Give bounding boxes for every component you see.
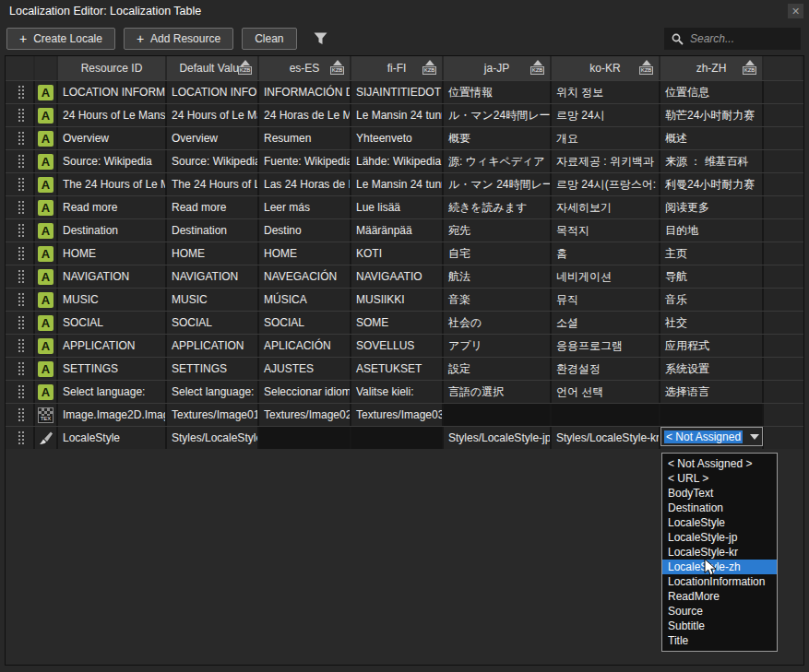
cell-ko-kr[interactable]: 르망 24시(프랑스어: 24 [552,173,660,195]
dropdown-item[interactable]: Subtitle [662,619,777,633]
cell-es-es[interactable]: Textures/Image02 [259,404,351,426]
kzb-export-icon[interactable]: KZB [422,60,437,75]
cell-es-es[interactable]: APLICACIÓN [259,335,351,357]
cell-zh-zh[interactable]: 勒芒24小时耐力赛 [660,104,764,126]
cell-resource-id[interactable]: APPLICATION [58,335,167,357]
row-drag-handle[interactable] [6,196,35,218]
cell-ko-kr[interactable]: 목적지 [552,219,660,242]
cell-es-es[interactable]: INFORMACIÓN D [259,81,351,103]
dropdown-item[interactable]: Destination [662,501,777,515]
column-header-zh-zh[interactable]: zh-ZH KZB [660,56,764,80]
cell-zh-zh[interactable]: 应用程式 [660,335,764,357]
cell-resource-id[interactable]: The 24 Hours of Le M [58,173,167,195]
cell-resource-id[interactable]: Select language: [58,381,167,403]
cell-fi-fi[interactable]: Le Mansin 24 tunn [351,173,444,195]
dropdown-item[interactable]: LocaleStyle-kr [662,545,777,560]
column-header-default-value[interactable]: Default Value KZB [167,56,259,80]
column-header-fi-fi[interactable]: fi-FI KZB [351,56,444,80]
cell-es-es[interactable]: 24 Horas de Le Ma [259,104,351,126]
cell-default-value[interactable]: Styles/LocaleStyle [167,427,259,449]
cell-es-es[interactable]: Seleccionar idiom [259,381,351,403]
cell-ja-jp[interactable]: 続きを読みます [444,196,552,218]
cell-default-value[interactable]: Overview [167,127,259,149]
cell-resource-id[interactable]: NAVIGATION [58,265,167,288]
cell-default-value[interactable]: LOCATION INFOR [167,81,259,103]
cell-es-es[interactable]: AJUSTES [259,358,351,380]
cell-ja-jp[interactable]: 自宅 [444,242,552,265]
row-drag-handle[interactable] [6,265,35,288]
row-drag-handle[interactable] [6,358,35,380]
cell-ja-jp[interactable]: 位置情報 [444,81,552,103]
cell-zh-zh[interactable]: 主页 [660,242,764,265]
cell-fi-fi[interactable]: SIJAINTITIEDOT [351,81,444,103]
cell-ko-kr[interactable]: 언어 선택 [552,381,660,403]
cell-default-value[interactable]: Read more [167,196,259,218]
cell-resource-id[interactable]: Read more [58,196,167,218]
add-resource-button[interactable]: + Add Resource [124,28,233,50]
dropdown-item[interactable]: < URL > [662,471,777,486]
cell-fi-fi[interactable]: NAVIGAATIO [351,265,444,288]
cell-ja-jp[interactable]: ル・マン24時間レース [444,104,552,126]
cell-default-value[interactable]: Destination [167,219,259,242]
cell-zh-zh[interactable]: 位置信息 [660,81,764,103]
cell-zh-zh[interactable] [660,404,764,426]
cell-ko-kr[interactable]: 자료제공 : 위키백과 [552,150,660,172]
cell-ko-kr[interactable]: 자세히보기 [552,196,660,218]
locale-style-zh-combobox[interactable]: < Not Assigned [660,427,763,446]
cell-zh-zh[interactable]: 来源 ： 维基百科 [660,150,764,172]
cell-ja-jp[interactable]: 源: ウィキペディア [444,150,552,172]
kzb-export-icon[interactable]: KZB [329,60,345,75]
cell-resource-id[interactable]: 24 Hours of Le Mans [58,104,167,126]
cell-zh-zh[interactable]: 概述 [660,127,764,149]
cell-resource-id[interactable]: SOCIAL [58,312,167,334]
row-drag-handle[interactable] [6,150,35,172]
cell-es-es[interactable]: Fuente: Wikipedia [259,150,351,172]
row-drag-handle[interactable] [6,335,35,357]
cell-ko-kr[interactable]: 홈 [552,242,660,265]
row-drag-handle[interactable] [6,242,35,265]
cell-ja-jp[interactable]: 言語の選択 [444,381,552,403]
column-header-resource-id[interactable]: Resource ID [58,56,167,80]
dropdown-item[interactable]: LocaleStyle [662,515,777,530]
row-drag-handle[interactable] [6,127,35,149]
cell-default-value[interactable]: APPLICATION [167,335,259,357]
cell-fi-fi[interactable]: MUSIIKKI [351,289,444,311]
cell-es-es[interactable]: NAVEGACIÓN [259,265,351,288]
cell-fi-fi[interactable]: Lähde: Wikipedia [351,150,444,172]
cell-resource-id[interactable]: Source: Wikipedia [58,150,167,172]
cell-resource-id[interactable]: Overview [58,127,167,149]
column-header-es-es[interactable]: es-ES KZB [259,56,351,80]
cell-ja-jp[interactable]: ル・マン 24時間レース（ [444,173,552,195]
cell-zh-zh[interactable]: 导航 [660,265,764,288]
cell-fi-fi[interactable] [351,427,444,449]
row-drag-handle[interactable] [6,173,35,195]
cell-resource-id[interactable]: Destination [58,219,167,242]
row-drag-handle[interactable] [6,219,35,242]
cell-default-value[interactable]: SOCIAL [167,312,259,334]
close-icon[interactable]: ✕ [788,4,803,18]
filter-button[interactable] [313,31,328,46]
cell-zh-zh[interactable]: 阅读更多 [660,196,764,218]
cell-es-es[interactable]: SOCIAL [259,312,351,334]
dropdown-item[interactable]: ReadMore [662,589,777,604]
cell-zh-zh[interactable]: 社交 [660,312,764,334]
row-drag-handle[interactable] [6,104,35,126]
cell-fi-fi[interactable]: Le Mansin 24 tunn [351,104,444,126]
cell-ja-jp[interactable]: 社会の [444,312,552,334]
column-header-ko-kr[interactable]: ko-KR KZB [552,56,660,80]
row-drag-handle[interactable] [6,381,35,403]
cell-ko-kr[interactable]: Styles/LocaleStyle-kr [552,427,660,449]
dropdown-item[interactable]: BodyText [662,486,777,501]
cell-es-es[interactable] [259,427,351,449]
cell-es-es[interactable]: Destino [259,219,351,242]
cell-es-es[interactable]: Resumen [259,127,351,149]
row-drag-handle[interactable] [6,289,35,311]
cell-default-value[interactable]: MUSIC [167,289,259,311]
row-drag-handle[interactable] [6,312,35,334]
cell-es-es[interactable]: Las 24 Horas de L [259,173,351,195]
cell-fi-fi[interactable]: Määränpää [351,219,444,242]
cell-ko-kr[interactable] [552,404,660,426]
cell-resource-id[interactable]: LOCATION INFORMAT [58,81,167,103]
cell-default-value[interactable]: Select language: [167,381,259,403]
clean-button[interactable]: Clean [242,28,296,50]
